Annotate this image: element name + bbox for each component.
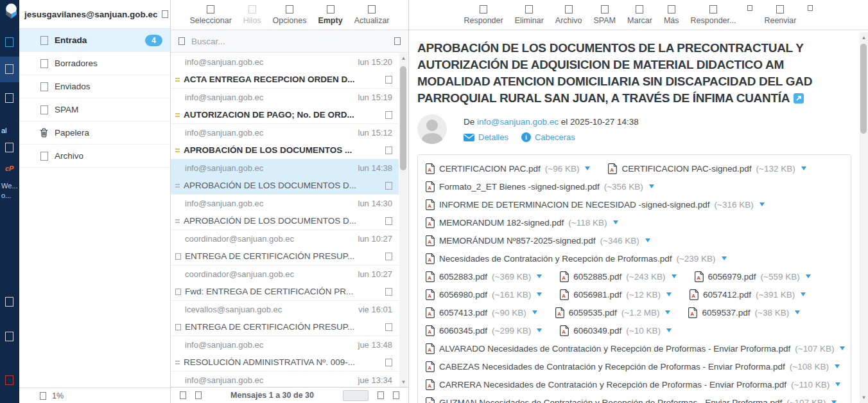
attachment-item[interactable]: AMEMORÁNDUM Nº857-2025-signed.pdf(~346 K… — [426, 235, 650, 246]
scroll-down-icon[interactable]: ▼ — [860, 395, 868, 400]
attachment-menu-icon[interactable] — [801, 166, 806, 170]
attachment-name[interactable]: 6056980.pdf — [439, 290, 487, 300]
footer-icon[interactable] — [180, 391, 186, 399]
dropdown-indicator-icon[interactable] — [808, 5, 813, 11]
brand-logo-icon[interactable] — [3, 3, 19, 22]
attachment-item[interactable]: A6060349.pdf(~10 KB) — [560, 325, 672, 336]
rail-nav-icon[interactable] — [5, 93, 13, 103]
attachment-item[interactable]: ACABEZAS Necesidades de Contratación y R… — [426, 361, 840, 372]
message-item[interactable]: coordinador@sanjuan.gob.eclun 10:27Fwd: … — [171, 265, 399, 301]
rail-logout-icon[interactable] — [5, 375, 13, 385]
attachment-name[interactable]: Formato_2_ET Bienes -signed-signed.pdf — [439, 182, 600, 192]
attachment-item[interactable]: A6057412.pdf(~391 KB) — [690, 289, 806, 300]
folder-item-spam[interactable]: SPAM — [19, 98, 170, 121]
scroll-up-icon[interactable]: ▲ — [860, 35, 868, 40]
attachment-item[interactable]: AALVARADO Necesidades de Contratación y … — [426, 343, 845, 354]
attachment-name[interactable]: 6057412.pdf — [703, 290, 751, 300]
message-item[interactable]: info@sanjuan.gob.eclun 14:38APROBACIÓN D… — [171, 159, 399, 195]
open-in-new-window-icon[interactable] — [794, 91, 804, 108]
responder-button[interactable]: Responder — [464, 5, 503, 25]
attachment-menu-icon[interactable] — [649, 184, 654, 188]
attachment-item[interactable]: AFormato_2_ET Bienes -signed-signed.pdf(… — [426, 181, 654, 192]
cpanel-logo[interactable]: cP — [5, 165, 13, 172]
attachment-menu-icon[interactable] — [672, 274, 677, 278]
message-item[interactable]: coordinador@sanjuan.gob.eclun 10:27ENTRE… — [171, 230, 399, 265]
footer-icon[interactable] — [195, 391, 202, 399]
message-item[interactable]: info@sanjuan.gob.eclun 15:12APROBACIÓN D… — [171, 124, 399, 159]
attachment-menu-icon[interactable] — [801, 292, 806, 296]
attachment-menu-icon[interactable] — [795, 310, 800, 314]
message-item[interactable]: lcevallos@sanjuan.gob.ecvie 16:01ENTREGA… — [171, 301, 399, 336]
message-checkbox[interactable] — [385, 76, 392, 84]
attachment-name[interactable]: INFORME DE DETERMINACION DE NECESIDAD -s… — [439, 200, 710, 210]
attachment-item[interactable]: A6060345.pdf(~299 KB) — [426, 325, 542, 336]
seleccionar-button[interactable]: Seleccionar — [189, 5, 231, 25]
attachment-menu-icon[interactable] — [840, 346, 845, 350]
account-header[interactable]: jesusgavilanes@sanjuan.gob.ec — [19, 0, 170, 29]
attachment-name[interactable]: MEMORANDUM 182-signed.pdf — [439, 218, 564, 228]
search-options-icon[interactable] — [394, 37, 401, 45]
archivo-button[interactable]: Archivo — [555, 5, 582, 25]
eliminar-button[interactable]: Eliminar — [515, 5, 544, 25]
rail-nav-icon[interactable] — [5, 37, 13, 47]
message-checkbox[interactable] — [385, 253, 392, 260]
attachment-name[interactable]: 6052883.pdf — [439, 272, 487, 282]
opciones-button[interactable]: Opciones — [273, 5, 307, 25]
attachment-item[interactable]: ACERTIFICACION PAC.pdf(~96 KB) — [426, 163, 590, 174]
attachment-menu-icon[interactable] — [831, 400, 837, 403]
sender-email-link[interactable]: info@sanjuan.gob.ec — [477, 117, 559, 127]
attachment-name[interactable]: CERTIFICACION PAC.pdf — [439, 164, 541, 174]
attachment-item[interactable]: AMEMORANDUM 182-signed.pdf(~118 KB) — [426, 217, 618, 228]
scroll-up-icon[interactable]: ▲ — [399, 55, 408, 61]
attachment-item[interactable]: ACERTIFICACION PAC-signed.pdf(~132 KB) — [608, 163, 806, 174]
headers-link[interactable]: i Cabeceras — [521, 132, 575, 142]
rail-mail-icon[interactable] — [5, 64, 13, 74]
message-item[interactable]: info@sanjuan.gob.eclun 14:30APROBACIÓN D… — [171, 195, 399, 230]
attachment-menu-icon[interactable] — [666, 328, 672, 332]
spam-button[interactable]: SPAM — [594, 5, 616, 25]
attachment-name[interactable]: CABEZAS Necesidades de Contratación y Re… — [439, 362, 785, 372]
footer-icon[interactable] — [378, 391, 384, 399]
message-item[interactable]: info@sanjuan.gob.eclun 15:20ACTA ENTREGA… — [171, 53, 399, 89]
message-checkbox[interactable] — [385, 182, 392, 190]
footer-icon[interactable] — [393, 391, 399, 399]
attachment-menu-icon[interactable] — [537, 274, 542, 278]
attachment-name[interactable]: 6057413.pdf — [439, 308, 487, 318]
attachment-menu-icon[interactable] — [806, 274, 811, 278]
attachment-item[interactable]: AGUZMAN Necesidades de Contratación y Re… — [426, 397, 837, 403]
marcar-button[interactable]: Marcar — [627, 5, 652, 25]
message-checkbox[interactable] — [385, 288, 392, 296]
list-scrollbar[interactable]: ▲ ▼ — [399, 53, 408, 387]
attachment-menu-icon[interactable] — [835, 382, 840, 386]
attachment-name[interactable]: 6059535.pdf — [569, 308, 617, 318]
attachment-menu-icon[interactable] — [759, 202, 765, 206]
folder-item-entrada[interactable]: Entrada4 — [19, 29, 170, 52]
attachment-name[interactable]: 6056981.pdf — [573, 290, 621, 300]
reenviar-button[interactable]: Reenviar — [764, 5, 796, 25]
page-input[interactable] — [343, 390, 369, 401]
attachment-item[interactable]: ANecesidades de Contratación y Recepción… — [426, 253, 727, 264]
attachment-menu-icon[interactable] — [585, 166, 590, 170]
attachment-menu-icon[interactable] — [537, 328, 542, 332]
attachment-name[interactable]: CARRERA Necesidades de Contratación y Re… — [439, 380, 786, 390]
attachment-item[interactable]: A6056979.pdf(~559 KB) — [695, 271, 811, 282]
attachment-name[interactable]: 6052885.pdf — [573, 272, 621, 282]
rail-nav-icon[interactable] — [5, 297, 13, 307]
reader-scrollbar[interactable]: ▲ ▼ — [860, 32, 868, 403]
folder-item-enviados[interactable]: Enviados — [19, 75, 170, 98]
message-checkbox[interactable] — [385, 359, 392, 366]
account-toggle-icon[interactable] — [162, 10, 168, 18]
attachment-menu-icon[interactable] — [666, 292, 672, 296]
empty-button[interactable]: Empty — [318, 5, 342, 25]
attachment-item[interactable]: A6052883.pdf(~369 KB) — [426, 271, 542, 282]
details-link[interactable]: Detalles — [464, 132, 508, 142]
rail-nav-icon[interactable] — [5, 332, 13, 341]
attachment-name[interactable]: 6059537.pdf — [702, 308, 750, 318]
message-checkbox[interactable] — [385, 147, 392, 154]
list-scrollbar-thumb[interactable] — [400, 66, 406, 170]
attachment-menu-icon[interactable] — [722, 256, 727, 260]
folder-item-papelera[interactable]: Papelera — [19, 121, 170, 145]
message-item[interactable]: info@sanjuan.gob.ecjue 13:34 — [171, 372, 399, 387]
message-item[interactable]: info@sanjuan.gob.ecjue 13:48RESOLUCIÓN A… — [171, 336, 399, 372]
message-checkbox[interactable] — [385, 217, 392, 225]
